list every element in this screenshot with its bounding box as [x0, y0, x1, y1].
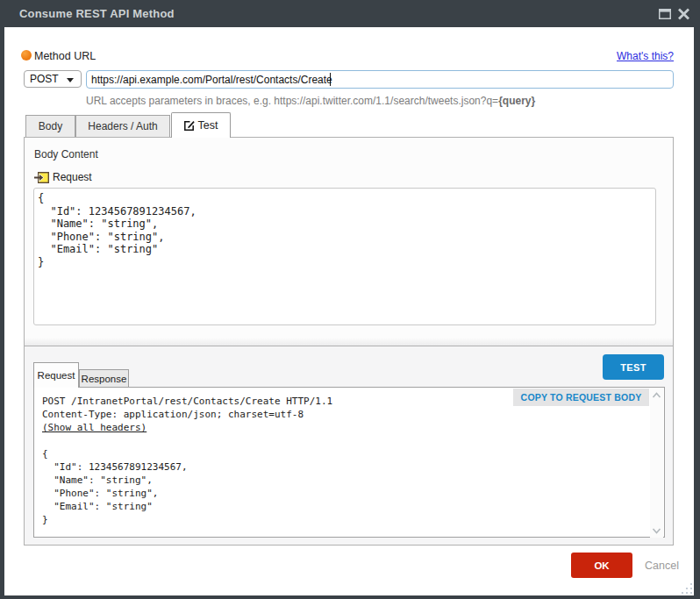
dialog-title: Consume REST API Method: [19, 7, 175, 20]
tab-test[interactable]: Test: [171, 112, 231, 138]
copy-to-request-body-button[interactable]: COPY TO REQUEST BODY: [513, 389, 649, 406]
method-select-value: POST: [30, 73, 59, 85]
test-tab-panel: Body Content Request { "Id": 12345678912…: [24, 137, 674, 346]
tab-test-label: Test: [198, 119, 218, 132]
url-input[interactable]: [86, 70, 674, 89]
dialog-body: Method URL What's this? POST URL accepts…: [4, 27, 694, 595]
maximize-icon[interactable]: [659, 9, 671, 19]
preview-scrollbar[interactable]: [650, 389, 663, 538]
method-url-label: Method URL: [34, 50, 96, 62]
tab-headers-auth[interactable]: Headers / Auth: [75, 115, 170, 137]
edit-icon: [184, 120, 195, 131]
method-select[interactable]: POST: [24, 70, 82, 88]
scroll-up-icon[interactable]: [652, 392, 661, 399]
request-preview-box: POST /IntranetPortal/rest/Contacts/Creat…: [33, 387, 665, 538]
method-status-dot-icon: [21, 50, 32, 61]
cancel-button[interactable]: Cancel: [645, 560, 679, 572]
close-icon[interactable]: [677, 8, 690, 20]
show-all-headers-link[interactable]: (Show all headers): [42, 422, 146, 433]
request-icon: [34, 172, 49, 183]
request-preview-text: POST /IntranetPortal/rest/Contacts/Creat…: [42, 395, 643, 535]
whats-this-link[interactable]: What's this?: [617, 50, 674, 62]
request-row: Request: [34, 171, 92, 183]
titlebar-controls: [659, 0, 690, 27]
resize-grip[interactable]: [681, 582, 693, 595]
dialog-titlebar[interactable]: Consume REST API Method: [0, 0, 700, 27]
body-content-label: Body Content: [34, 148, 98, 160]
request-body-textarea[interactable]: { "Id": 1234567891234567, "Name": "strin…: [33, 188, 656, 325]
scroll-down-icon[interactable]: [652, 527, 661, 534]
request-preview-head: POST /IntranetPortal/rest/Contacts/Creat…: [42, 396, 332, 420]
tab-body[interactable]: Body: [25, 115, 75, 137]
console-tab-request[interactable]: Request: [33, 362, 79, 388]
tab-headers-auth-label: Headers / Auth: [88, 120, 157, 132]
test-button[interactable]: TEST: [603, 354, 664, 380]
url-hint-text: URL accepts parameters in braces, e.g. h…: [86, 95, 498, 107]
url-hint: URL accepts parameters in braces, e.g. h…: [86, 95, 535, 107]
console-tab-response[interactable]: Response: [79, 369, 129, 387]
console-tab-response-label: Response: [82, 374, 127, 384]
request-preview-body: { "Id": 1234567891234567, "Name": "strin…: [42, 448, 188, 525]
request-label: Request: [53, 171, 92, 183]
tab-body-label: Body: [39, 120, 62, 132]
console-tab-request-label: Request: [38, 370, 75, 381]
ok-button[interactable]: OK: [571, 553, 632, 578]
text-caret: [330, 73, 331, 86]
chevron-down-icon: [67, 78, 74, 82]
test-console-panel: Request Response TEST POST /IntranetPort…: [24, 346, 674, 546]
screen: { "window": { "title": "Consume REST API…: [0, 0, 700, 599]
panel-bottom-fade: [25, 338, 673, 346]
url-hint-query-token: {query}: [498, 95, 535, 107]
